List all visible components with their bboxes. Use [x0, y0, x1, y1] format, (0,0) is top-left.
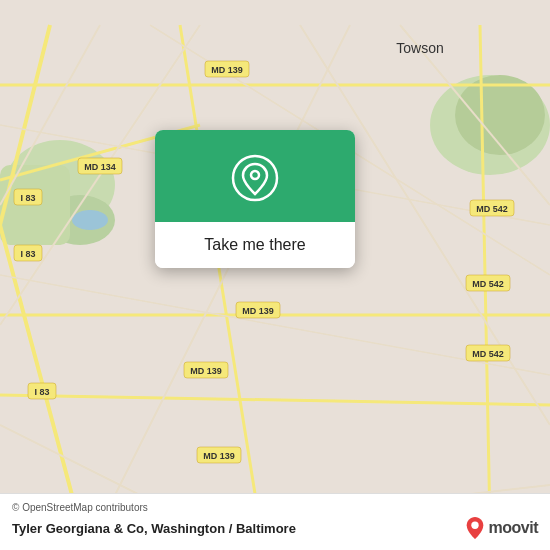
svg-point-6 [72, 210, 108, 230]
moovit-text: moovit [489, 519, 538, 537]
svg-point-50 [471, 522, 478, 529]
moovit-pin-icon [465, 516, 485, 540]
svg-text:I 83: I 83 [20, 193, 35, 203]
svg-point-5 [455, 75, 545, 155]
svg-text:I 83: I 83 [20, 249, 35, 259]
svg-text:MD 139: MD 139 [190, 366, 222, 376]
bottom-bar: © OpenStreetMap contributors Tyler Georg… [0, 493, 550, 550]
svg-text:Towson: Towson [396, 40, 443, 56]
svg-text:MD 139: MD 139 [211, 65, 243, 75]
svg-text:MD 139: MD 139 [203, 451, 235, 461]
moovit-logo: moovit [465, 516, 538, 540]
attribution-text: © OpenStreetMap contributors [12, 502, 538, 513]
svg-text:MD 134: MD 134 [84, 162, 116, 172]
location-pin-icon [231, 154, 279, 202]
map-background: MD 139 MD 134 I 83 I 83 I 83 MD 139 MD 1… [0, 0, 550, 550]
svg-text:MD 542: MD 542 [472, 349, 504, 359]
place-name: Tyler Georgiana & Co, Washington / Balti… [12, 521, 296, 536]
bottom-info: Tyler Georgiana & Co, Washington / Balti… [12, 516, 538, 540]
popup-card: Take me there [155, 130, 355, 268]
svg-text:I 83: I 83 [34, 387, 49, 397]
map-container: MD 139 MD 134 I 83 I 83 I 83 MD 139 MD 1… [0, 0, 550, 550]
svg-text:MD 139: MD 139 [242, 306, 274, 316]
take-me-there-button[interactable]: Take me there [155, 222, 355, 268]
svg-text:MD 542: MD 542 [472, 279, 504, 289]
svg-text:MD 542: MD 542 [476, 204, 508, 214]
popup-icon-area [155, 130, 355, 222]
